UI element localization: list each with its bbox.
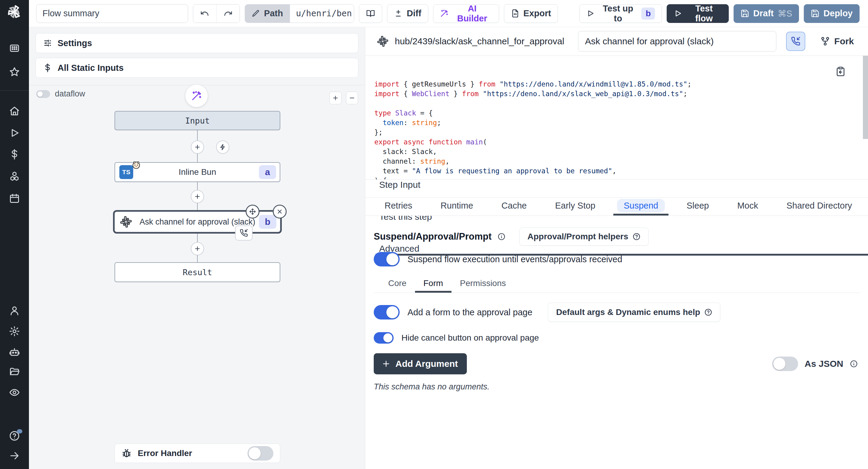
code-line: channel: string,: [374, 156, 868, 166]
code-line: };: [374, 127, 868, 137]
rail-settings-gear-icon[interactable]: [9, 326, 20, 337]
audit-logs-eye-icon: [9, 387, 20, 398]
flow-summary-input[interactable]: [36, 4, 188, 23]
rail-schedules-icon[interactable]: [9, 193, 20, 204]
deploy-button[interactable]: Deploy: [804, 4, 860, 23]
rail-expand-sidebar-icon[interactable]: [9, 450, 20, 461]
tab-mock[interactable]: Mock: [727, 198, 768, 216]
rail-workspace-switcher-icon[interactable]: [9, 43, 20, 54]
tab-sleep[interactable]: Sleep: [676, 198, 719, 216]
editor-scrollbar[interactable]: [863, 56, 868, 139]
tab-early-stop[interactable]: Early Stop: [545, 198, 606, 216]
error-handler-card[interactable]: Error Handler: [115, 444, 280, 463]
tab-cache[interactable]: Cache: [491, 198, 537, 216]
step-name-input[interactable]: [578, 31, 776, 52]
left-icon-rail: [0, 0, 29, 469]
all-static-inputs-card[interactable]: All Static Inputs: [36, 58, 358, 78]
code-editor[interactable]: import { getResumeUrls } from "https://d…: [365, 56, 868, 180]
node-input[interactable]: Input: [115, 111, 280, 130]
as-json-toggle[interactable]: [772, 356, 798, 371]
insert-step-button[interactable]: [191, 190, 204, 203]
tab-step-input[interactable]: Step Input: [375, 180, 868, 192]
node-result[interactable]: Result: [115, 262, 280, 282]
notification-dot: [17, 429, 22, 433]
diff-button[interactable]: Diff: [387, 4, 428, 23]
tab-permissions[interactable]: Permissions: [452, 276, 514, 293]
deploy-label: Deploy: [824, 8, 852, 19]
add-form-toggle[interactable]: [374, 305, 400, 319]
tab-form[interactable]: Form: [415, 276, 452, 293]
add-argument-label: Add Argument: [396, 359, 458, 369]
docs-book-button[interactable]: [359, 4, 382, 23]
windmill-logo-icon: [6, 4, 23, 21]
ai-flow-wand-button[interactable]: [185, 84, 208, 107]
add-argument-button[interactable]: Add Argument: [374, 353, 467, 374]
tab-runtime[interactable]: Runtime: [430, 198, 484, 216]
plus-icon: [381, 359, 391, 368]
insert-step-button[interactable]: [191, 140, 204, 154]
rail-variables-icon[interactable]: [9, 149, 20, 160]
rail-users-icon[interactable]: [9, 305, 20, 316]
rail-home-icon[interactable]: [9, 106, 20, 117]
tab-label: Early Stop: [549, 199, 602, 213]
rail-favorites-star-icon[interactable]: [9, 67, 20, 77]
hub-script-path[interactable]: hub/2439/slack/ask_channel_for_approval: [395, 36, 564, 46]
dataflow-toggle[interactable]: [36, 90, 50, 98]
rail-workers-icon[interactable]: [9, 346, 20, 357]
code-line: slack: Slack,: [374, 147, 868, 156]
git-fork-icon: [820, 36, 830, 46]
rail-runs-icon[interactable]: [9, 127, 20, 138]
move-step-button[interactable]: [246, 205, 259, 219]
slack-icon: [377, 36, 388, 47]
test-flow-button[interactable]: Test flow: [667, 4, 729, 23]
tab-retries[interactable]: Retries: [374, 198, 423, 216]
rail-audit-logs-eye-icon[interactable]: [9, 387, 20, 398]
rail-divider: [0, 90, 29, 91]
insert-step-button[interactable]: [191, 242, 204, 255]
plus-icon: [332, 95, 339, 101]
bun-emoji-icon: [131, 160, 141, 169]
diff-label: Diff: [407, 8, 421, 19]
test-up-to-button[interactable]: Test up tob: [579, 4, 662, 23]
node-step-a[interactable]: TS Inline Bun a: [115, 162, 280, 182]
info-icon[interactable]: [850, 360, 858, 368]
wand-sparkles-icon: [191, 90, 202, 101]
code-line: ) {: [374, 176, 868, 180]
undo-button[interactable]: [193, 4, 216, 23]
code-line: [374, 99, 868, 108]
delete-step-button[interactable]: [273, 205, 287, 219]
tab-label: Sleep: [680, 199, 715, 213]
suspend-phone-button[interactable]: [786, 32, 805, 51]
node-step-b-badge: b: [259, 215, 276, 229]
flow-settings-card[interactable]: Settings: [36, 33, 358, 53]
hide-cancel-toggle[interactable]: [374, 332, 394, 344]
tab-label: Shared Directory: [780, 199, 859, 213]
zoom-out-button[interactable]: [346, 92, 358, 104]
info-icon[interactable]: [498, 233, 505, 241]
tab-core[interactable]: Core: [380, 276, 415, 293]
redo-button[interactable]: [216, 4, 240, 23]
default-args-help-button[interactable]: Default args & Dynamic enums help: [548, 303, 720, 322]
suspend-flow-toggle[interactable]: [374, 252, 400, 267]
zoom-in-button[interactable]: [330, 92, 341, 104]
rail-folders-icon[interactable]: [9, 367, 20, 377]
rail-resources-icon[interactable]: [9, 171, 20, 182]
copy-code-icon[interactable]: [835, 66, 846, 76]
tab-shared-directory[interactable]: Shared Directory: [776, 198, 862, 216]
flow-path-control[interactable]: Path u/henri/ben: [245, 4, 354, 23]
flow-graph-panel: Settings All Static Inputs dataflow: [29, 27, 365, 469]
fork-button[interactable]: Fork: [820, 36, 854, 46]
test-up-to-label: Test up to: [598, 4, 638, 24]
minus-icon: [349, 95, 355, 101]
export-button[interactable]: Export: [504, 4, 558, 23]
tab-suspend[interactable]: Suspend: [613, 198, 669, 216]
play-icon: [674, 9, 682, 18]
rail-help-icon[interactable]: [9, 430, 20, 441]
undo-redo-group: [193, 4, 240, 23]
pencil-icon: [252, 9, 260, 18]
draft-button[interactable]: Draft⌘S: [734, 4, 799, 23]
error-handler-toggle[interactable]: [247, 446, 273, 461]
approval-prompt-helpers-button[interactable]: Approval/Prompt helpers: [519, 227, 649, 246]
add-trigger-button[interactable]: [216, 140, 229, 154]
ai-builder-button[interactable]: AI Builder: [433, 4, 499, 23]
